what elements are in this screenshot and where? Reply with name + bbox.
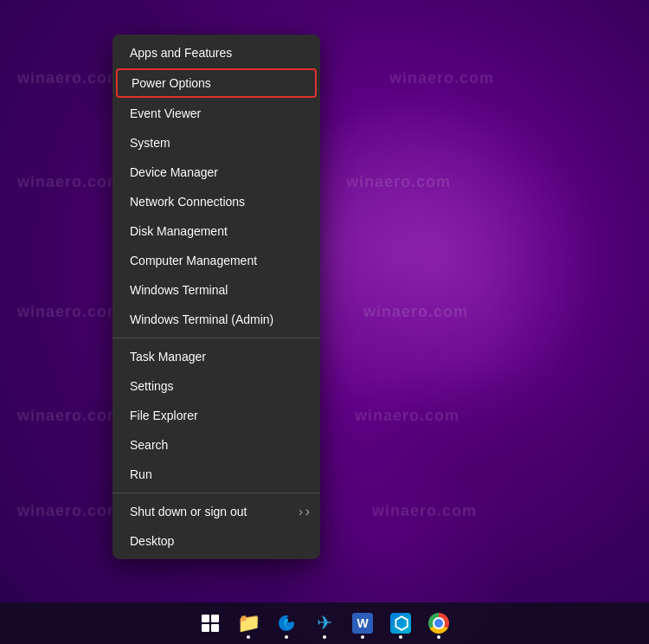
menu-item-shut-down[interactable]: Shut down or sign out› [112,497,320,526]
menu-item-device-manager[interactable]: Device Manager [112,158,320,187]
menu-item-apps-features[interactable]: Apps and Features [112,38,320,68]
menu-item-computer-management[interactable]: Computer Management [112,246,320,275]
taskbar-icon-start[interactable] [193,606,228,641]
watermark-2: winaero.com [17,173,122,191]
menu-item-label-desktop: Desktop [130,534,174,548]
submenu-arrow-icon: › [299,505,303,518]
taskbar-icon-edge[interactable] [269,606,304,641]
ai-app-icon: ⬡ [390,613,411,634]
watermark-4: winaero.com [17,303,122,321]
taskbar-icon-chrome[interactable] [421,606,456,641]
menu-item-windows-terminal[interactable]: Windows Terminal [112,275,320,305]
taskbar-dot [247,635,250,639]
menu-divider [112,338,320,338]
menu-item-label-search: Search [130,438,168,452]
menu-item-label-windows-terminal-admin: Windows Terminal (Admin) [130,312,273,326]
menu-divider [112,493,320,493]
menu-item-windows-terminal-admin[interactable]: Windows Terminal (Admin) [112,305,320,334]
menu-item-network-connections[interactable]: Network Connections [112,187,320,216]
menu-item-settings[interactable]: Settings [112,371,320,401]
taskbar-icon-ai[interactable]: ⬡ [383,606,418,641]
taskbar-dot [285,635,288,639]
menu-item-label-computer-management: Computer Management [130,254,257,267]
menu-item-event-viewer[interactable]: Event Viewer [112,99,320,128]
menu-item-desktop[interactable]: Desktop [112,526,320,556]
taskbar-icon-file-explorer[interactable]: 📁 [231,606,266,641]
menu-item-label-apps-features: Apps and Features [130,46,232,60]
watermark-6: winaero.com [17,407,122,425]
menu-item-label-settings: Settings [130,379,174,393]
menu-item-label-system: System [130,136,170,150]
taskbar-dot [323,635,326,639]
menu-item-label-run: Run [130,467,152,481]
menu-item-label-disk-management: Disk Management [130,224,228,238]
telegram-icon: ✈ [317,612,332,634]
menu-item-search[interactable]: Search [112,430,320,460]
menu-item-task-manager[interactable]: Task Manager [112,342,320,371]
edge-icon [276,613,297,634]
word-icon: W [352,613,373,634]
context-menu: Apps and FeaturesPower OptionsEvent View… [112,35,320,559]
menu-item-label-power-options: Power Options [132,76,211,90]
menu-item-label-shut-down: Shut down or sign out [130,505,247,518]
taskbar-icon-telegram[interactable]: ✈ [307,606,342,641]
menu-item-label-windows-terminal: Windows Terminal [130,283,228,297]
watermark-0: winaero.com [17,69,122,87]
menu-item-label-event-viewer: Event Viewer [130,106,201,120]
folder-icon: 📁 [237,612,260,634]
watermark-8: winaero.com [17,502,122,520]
chrome-icon [428,613,449,634]
desktop: winaero.comwinaero.comwinaero.comwinaero… [0,0,649,644]
watermark-1: winaero.com [389,69,494,87]
menu-item-run[interactable]: Run [112,460,320,489]
windows-logo-icon [202,615,219,632]
menu-item-label-network-connections: Network Connections [130,195,245,209]
menu-item-system[interactable]: System [112,128,320,158]
menu-item-disk-management[interactable]: Disk Management [112,216,320,246]
taskbar: 📁 ✈W⬡ [0,602,649,644]
taskbar-dot [399,635,402,639]
menu-item-label-task-manager: Task Manager [130,350,206,364]
menu-item-label-file-explorer: File Explorer [130,409,198,422]
menu-item-file-explorer[interactable]: File Explorer [112,401,320,430]
taskbar-dot [437,635,440,639]
menu-item-label-device-manager: Device Manager [130,165,218,179]
taskbar-dot [361,635,364,639]
menu-item-power-options[interactable]: Power Options [116,68,317,98]
taskbar-icon-word[interactable]: W [345,606,380,641]
